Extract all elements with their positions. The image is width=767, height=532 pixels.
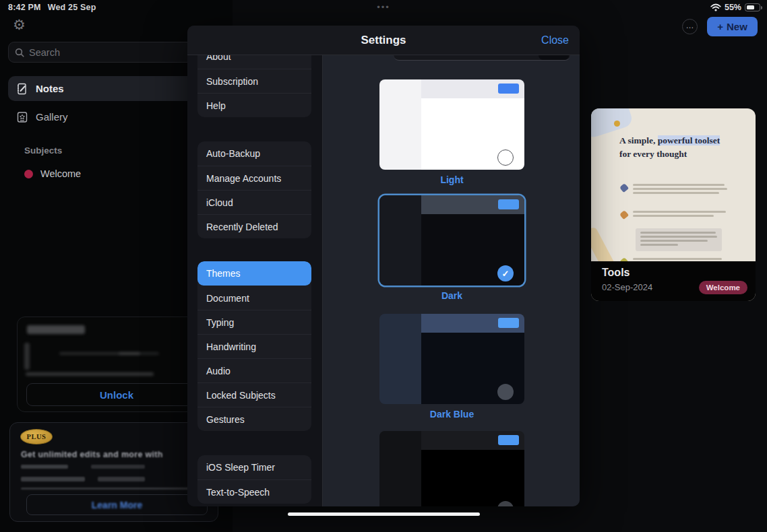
theme-preview-card[interactable] [379, 431, 524, 506]
multitask-dots-icon: ••• [0, 2, 767, 12]
toggle-switch[interactable] [539, 55, 569, 60]
pen-icon [619, 183, 629, 193]
subject-label: Welcome [40, 168, 81, 179]
settings-menu-group: ThemesDocumentTypingHandwritingAudioLock… [197, 261, 311, 431]
note-footer-title: Tools [602, 267, 630, 279]
sidebar-item-label: Gallery [36, 111, 68, 123]
settings-title: Settings [361, 34, 406, 47]
search-input[interactable]: Search [8, 42, 214, 63]
radio-circle-icon [497, 149, 514, 166]
battery-icon [745, 3, 760, 11]
theme-option-light[interactable]: Light [379, 79, 524, 185]
radio-circle-icon [497, 384, 514, 400]
settings-gear-icon[interactable]: ⚙ [13, 18, 26, 32]
settings-modal-header: Settings Close [187, 26, 580, 55]
note-card-footer: Tools 02-Sep-2024 Welcome [591, 261, 756, 301]
close-button[interactable]: Close [541, 26, 569, 55]
learn-more-button[interactable]: Learn More [26, 494, 208, 515]
learn-more-label: Learn More [92, 500, 142, 510]
settings-menu-item-manage-accounts[interactable]: Manage Accounts [197, 166, 311, 190]
partial-setting-row [394, 55, 570, 61]
new-note-button[interactable]: + New [707, 17, 758, 36]
notebook-pen-icon [16, 83, 28, 95]
blurred-line [119, 352, 159, 355]
preview-accent-button [498, 318, 519, 328]
selected-check-icon: ✓ [497, 265, 514, 281]
home-indicator[interactable] [288, 512, 480, 517]
preview-sidebar [379, 314, 421, 404]
blurred-line [91, 465, 145, 469]
bullet-pencil [621, 211, 726, 219]
settings-menu-group: Auto-BackupManage AccountsiCloudRecently… [197, 141, 311, 238]
panel-divider [322, 26, 323, 506]
settings-menu-item-themes[interactable]: Themes [197, 261, 311, 286]
preview-accent-button [498, 199, 519, 209]
note-title: A simple, powerful toolset for every tho… [619, 134, 727, 162]
subject-badge: Welcome [699, 281, 747, 294]
settings-menu-group: AboutSubscriptionHelp [197, 44, 311, 117]
blurred-title-scribble [27, 325, 85, 334]
plus-headline: Get unlimited edits and more with [21, 450, 163, 459]
theme-label: Dark [379, 290, 524, 301]
theme-preview-card[interactable] [379, 79, 524, 170]
settings-menu-item-document[interactable]: Document [197, 286, 311, 310]
settings-menu-item-locked-subjects[interactable]: Locked Subjects [197, 383, 311, 407]
settings-menu-item-typing[interactable]: Typing [197, 310, 311, 334]
settings-modal: AboutSubscriptionHelpAuto-BackupManage A… [187, 26, 580, 506]
blurred-line [26, 372, 154, 376]
settings-menu-item-audio[interactable]: Audio [197, 358, 311, 383]
sidebar-item-gallery[interactable]: Gallery [8, 104, 214, 129]
note-title-highlight: powerful toolset [658, 135, 720, 145]
pencil-icon [619, 210, 629, 220]
subjects-section-label: Subjects [24, 145, 62, 156]
new-button-label: New [727, 21, 747, 32]
settings-menu-item-auto-backup[interactable]: Auto-Backup [197, 141, 311, 166]
wifi-icon [710, 3, 721, 11]
blurred-line [21, 488, 203, 490]
search-placeholder: Search [29, 47, 60, 58]
preview-accent-button [498, 435, 519, 445]
theme-option-dark-blue[interactable]: Dark Blue [379, 314, 524, 420]
more-options-button[interactable]: … [682, 19, 698, 34]
theme-option-dark[interactable]: ✓Dark [379, 195, 524, 301]
preview-sidebar [379, 431, 421, 506]
settings-menu-item-help[interactable]: Help [197, 93, 311, 117]
settings-menu-item-text-to-speech[interactable]: Text-to-Speech [197, 479, 311, 504]
plus-badge: PLUS [20, 429, 53, 444]
status-indicators: 55% [710, 3, 760, 12]
sidebar-item-welcome[interactable]: Welcome [24, 168, 81, 179]
preview-canvas [421, 450, 524, 506]
settings-menu-item-gestures[interactable]: Gestures [197, 407, 311, 431]
plus-badge-label: PLUS [27, 433, 47, 440]
settings-menu-group: iOS Sleep TimerText-to-Speech [197, 455, 311, 504]
unlock-button[interactable]: Unlock [26, 383, 207, 406]
note-footer-date: 02-Sep-2024 [602, 282, 652, 292]
theme-preview-card[interactable]: ✓ [379, 195, 524, 286]
battery-percent: 55% [725, 3, 741, 12]
note-thumbnail-tools[interactable]: A simple, powerful toolset for every tho… [591, 108, 756, 301]
preview-sidebar [379, 79, 421, 170]
settings-menu-panel: AboutSubscriptionHelpAuto-BackupManage A… [187, 26, 322, 506]
theme-option-black[interactable] [379, 431, 524, 506]
preview-accent-button [498, 84, 519, 94]
plus-icon: + [717, 21, 723, 32]
settings-menu-item-ios-sleep-timer[interactable]: iOS Sleep Timer [197, 455, 311, 479]
preview-sidebar [379, 195, 421, 286]
blurred-scribble [24, 343, 30, 370]
blurred-line [21, 465, 68, 469]
blurred-line [21, 477, 85, 481]
search-icon [15, 48, 24, 57]
screen: 8:42 PMWed 25 Sep ••• 55% ⚙ Search [0, 0, 767, 532]
sidebar-item-notes[interactable]: Notes [8, 76, 214, 101]
theme-label: Light [379, 174, 524, 185]
theme-preview-card[interactable] [379, 314, 524, 404]
settings-menu-item-icloud[interactable]: iCloud [197, 190, 311, 214]
sidebar-item-label: Notes [36, 83, 64, 94]
themes-pane: Light✓DarkDark Blue [323, 55, 580, 506]
subject-color-dot [24, 170, 33, 178]
locked-note-card[interactable]: Unlock [17, 317, 214, 412]
bullet-pen [621, 184, 727, 196]
settings-menu-item-subscription[interactable]: Subscription [197, 69, 311, 93]
settings-menu-item-handwriting[interactable]: Handwriting [197, 334, 311, 358]
settings-menu-item-recently-deleted[interactable]: Recently Deleted [197, 214, 311, 238]
